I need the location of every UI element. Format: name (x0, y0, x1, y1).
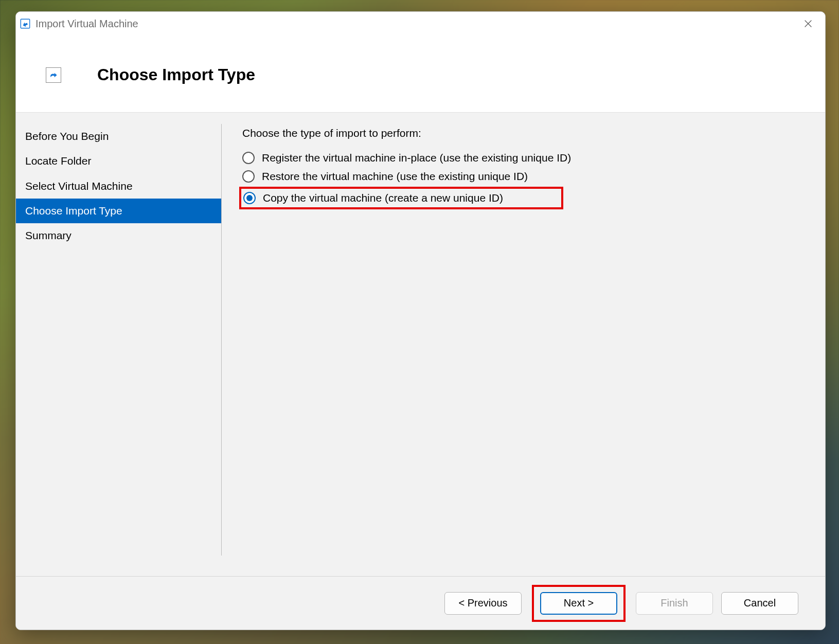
titlebar[interactable]: Import Virtual Machine (16, 12, 825, 35)
window-title: Import Virtual Machine (35, 18, 138, 30)
step-before-you-begin[interactable]: Before You Begin (16, 124, 222, 149)
step-choose-import-type[interactable]: Choose Import Type (16, 199, 222, 223)
annotation-highlight-next-button: Next > (532, 585, 626, 622)
close-button[interactable] (796, 12, 820, 35)
option-register-in-place[interactable]: Register the virtual machine in-place (u… (242, 149, 807, 167)
option-restore[interactable]: Restore the virtual machine (use the exi… (242, 167, 807, 186)
radio-icon (242, 152, 255, 164)
option-label: Restore the virtual machine (use the exi… (262, 170, 528, 183)
page-title: Choose Import Type (97, 65, 255, 84)
wizard-body: Before You Begin Locate Folder Select Vi… (16, 112, 825, 576)
annotation-highlight-copy-option: Copy the virtual machine (create a new u… (239, 187, 563, 209)
finish-button: Finish (636, 592, 713, 615)
step-select-virtual-machine[interactable]: Select Virtual Machine (16, 174, 222, 199)
wizard-steps-sidebar: Before You Begin Locate Folder Select Vi… (16, 113, 222, 576)
cancel-button[interactable]: Cancel (721, 592, 798, 615)
step-locate-folder[interactable]: Locate Folder (16, 149, 222, 173)
option-copy[interactable]: Copy the virtual machine (create a new u… (243, 191, 557, 205)
radio-icon (242, 170, 255, 183)
import-arrow-icon (46, 67, 61, 83)
radio-icon (243, 192, 256, 204)
next-button[interactable]: Next > (540, 592, 617, 615)
wizard-footer: < Previous Next > Finish Cancel (16, 576, 825, 630)
option-label: Copy the virtual machine (create a new u… (263, 192, 503, 204)
wizard-window: Import Virtual Machine Choose Import Typ… (15, 11, 826, 630)
import-type-prompt: Choose the type of import to perform: (242, 127, 807, 139)
wizard-content: Choose the type of import to perform: Re… (222, 113, 825, 576)
step-summary[interactable]: Summary (16, 223, 222, 248)
option-label: Register the virtual machine in-place (u… (262, 152, 571, 164)
wizard-header: Choose Import Type (16, 35, 825, 112)
import-type-options: Register the virtual machine in-place (u… (242, 149, 807, 209)
previous-button[interactable]: < Previous (444, 592, 522, 615)
import-vm-icon (19, 17, 31, 30)
